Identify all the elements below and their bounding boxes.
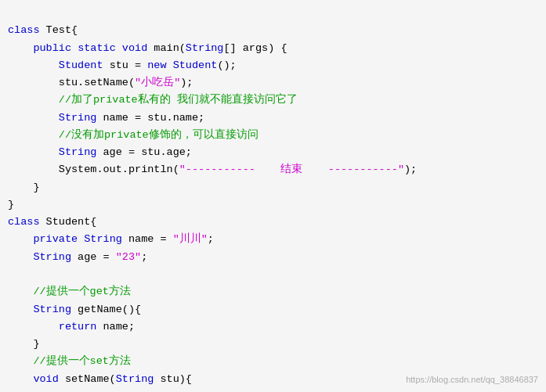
line-21: void setName(String stu){ — [8, 373, 192, 385]
line-11: } — [8, 199, 14, 210]
line-8: String age = stu.age; — [8, 146, 192, 158]
watermark: https://blog.csdn.net/qq_38846837 — [406, 373, 538, 387]
line-5: //加了private私有的 我们就不能直接访问它了 — [8, 94, 298, 106]
code-container: class Test{ public static void main(Stri… — [0, 0, 546, 392]
line-6: String name = stu.name; — [8, 112, 204, 124]
line-10: } — [8, 182, 40, 193]
line-2: public static void main(String[] args) { — [8, 42, 287, 54]
line-14: String age = "23"; — [8, 251, 147, 263]
line-1: class Test{ — [8, 24, 78, 36]
line-12: class Student{ — [8, 216, 96, 228]
line-7: //没有加private修饰的，可以直接访问 — [8, 129, 259, 141]
line-16: //提供一个get方法 — [8, 286, 131, 297]
line-9: System.out.println("----------- 结束 -----… — [8, 164, 417, 175]
line-4: stu.setName("小吃岳"); — [8, 77, 193, 88]
line-13: private String name = "川川"; — [8, 233, 214, 245]
line-3: Student stu = new Student(); — [8, 59, 237, 71]
code-block: class Test{ public static void main(Stri… — [8, 5, 538, 392]
line-18: return name; — [8, 321, 135, 333]
line-20: //提供一个set方法 — [8, 355, 131, 367]
line-19: } — [8, 338, 40, 350]
line-17: String getName(){ — [8, 304, 141, 315]
